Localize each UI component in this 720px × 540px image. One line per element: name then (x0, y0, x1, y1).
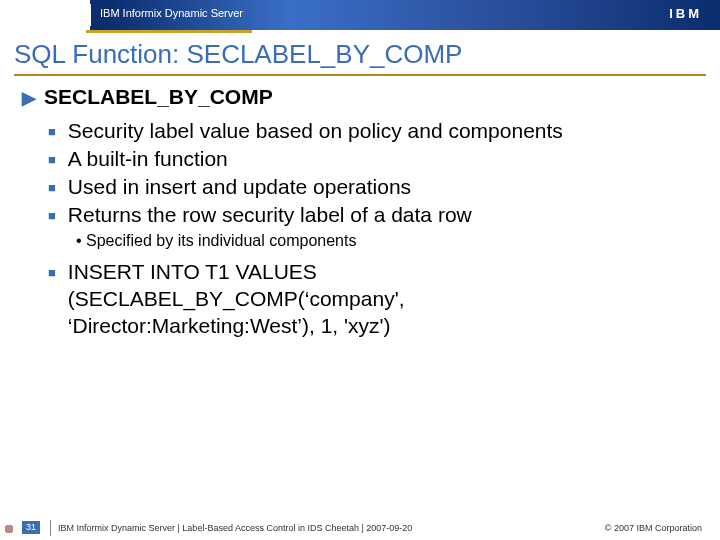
bullet-text: A built-in function (68, 146, 228, 173)
footer-text: IBM Informix Dynamic Server | Label-Base… (58, 523, 412, 533)
bullet-text: INSERT INTO T1 VALUES (SECLABEL_BY_COMP(… (68, 259, 538, 340)
copyright: © 2007 IBM Corporation (605, 523, 702, 533)
bullet-list-a: ■Security label value based on policy an… (28, 118, 700, 229)
sub-list-item: Specified by its individual components (76, 231, 700, 251)
page-number: 31 (22, 521, 40, 534)
slide-title: SQL Function: SECLABEL_BY_COMP (0, 33, 720, 74)
list-item: ■Used in insert and update operations (48, 174, 700, 201)
list-item: ■INSERT INTO T1 VALUES (SECLABEL_BY_COMP… (48, 259, 700, 340)
list-item: ■Security label value based on policy an… (48, 118, 700, 145)
sub-bullet-text: Specified by its individual components (86, 232, 356, 249)
footer-graphic (0, 523, 18, 535)
product-name: IBM Informix Dynamic Server (100, 7, 243, 19)
title-underline (14, 74, 706, 76)
header-cut (0, 0, 90, 30)
bullet-list-b: ■INSERT INTO T1 VALUES (SECLABEL_BY_COMP… (28, 259, 700, 340)
slide: IBM Informix Dynamic Server IBM SQL Func… (0, 0, 720, 540)
footer-divider (50, 520, 51, 536)
footer: 31 IBM Informix Dynamic Server | Label-B… (0, 514, 720, 540)
square-icon: ■ (48, 118, 56, 145)
list-item: ■Returns the row security label of a dat… (48, 202, 700, 229)
bullet-text: Security label value based on policy and… (68, 118, 563, 145)
square-icon: ■ (48, 146, 56, 173)
section-heading-row: ▶ SECLABEL_BY_COMP (22, 84, 700, 112)
section-heading: SECLABEL_BY_COMP (44, 84, 273, 111)
sub-bullet-list: Specified by its individual components (28, 231, 700, 251)
header-divider (90, 4, 91, 26)
bullet-text: Used in insert and update operations (68, 174, 411, 201)
header-bar: IBM Informix Dynamic Server IBM (0, 0, 720, 30)
ibm-logo: IBM (669, 6, 702, 21)
list-item: ■A built-in function (48, 146, 700, 173)
arrow-icon: ▶ (22, 84, 36, 112)
content-area: ▶ SECLABEL_BY_COMP ■Security label value… (0, 84, 720, 340)
bullet-text: Returns the row security label of a data… (68, 202, 472, 229)
square-icon: ■ (48, 174, 56, 201)
square-icon: ■ (48, 259, 56, 286)
square-icon: ■ (48, 202, 56, 229)
